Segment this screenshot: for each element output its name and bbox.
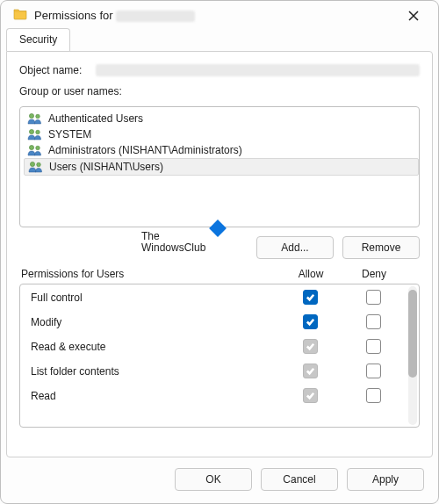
list-item-label: Administrators (NISHANT\Administrators) bbox=[48, 144, 242, 156]
permissions-heading: Permissions for Users Allow Deny bbox=[19, 268, 420, 284]
svg-point-4 bbox=[29, 145, 33, 149]
allow-cell bbox=[275, 339, 345, 354]
group-buttons-row: Add... Remove bbox=[19, 236, 420, 259]
checkbox[interactable] bbox=[366, 290, 381, 305]
svg-point-1 bbox=[36, 114, 40, 119]
svg-point-6 bbox=[30, 162, 34, 166]
allow-cell bbox=[275, 364, 345, 378]
checkbox[interactable] bbox=[303, 388, 318, 403]
svg-point-7 bbox=[37, 162, 41, 167]
add-button[interactable]: Add... bbox=[256, 236, 334, 259]
svg-point-5 bbox=[36, 146, 40, 150]
close-icon bbox=[407, 10, 420, 22]
checkbox[interactable] bbox=[366, 339, 381, 354]
dialog-footer: OK Cancel Apply bbox=[1, 464, 438, 503]
permission-label: Modify bbox=[31, 316, 275, 328]
checkbox[interactable] bbox=[366, 314, 381, 329]
permission-label: Full control bbox=[31, 292, 275, 304]
svg-point-0 bbox=[29, 113, 33, 118]
list-item-label: Users (NISHANT\Users) bbox=[49, 161, 163, 173]
remove-button[interactable]: Remove bbox=[342, 236, 420, 259]
checkbox[interactable] bbox=[303, 339, 318, 354]
table-row: Read bbox=[20, 383, 419, 407]
list-item[interactable]: Users (NISHANT\Users) bbox=[24, 158, 419, 176]
window-title: Permissions for bbox=[34, 9, 394, 22]
ok-button[interactable]: OK bbox=[175, 468, 252, 491]
user-group-icon bbox=[28, 161, 44, 173]
list-item-label: Authenticated Users bbox=[48, 112, 143, 125]
object-name-row: Object name: bbox=[19, 64, 420, 76]
list-item-label: SYSTEM bbox=[48, 128, 91, 140]
list-item[interactable]: SYSTEM bbox=[24, 126, 419, 142]
checkbox[interactable] bbox=[303, 314, 318, 329]
window-title-redacted bbox=[116, 11, 195, 22]
user-group-icon bbox=[27, 144, 43, 156]
allow-cell bbox=[275, 314, 345, 329]
svg-point-3 bbox=[36, 130, 40, 134]
checkbox[interactable] bbox=[303, 290, 318, 305]
object-name-value-redacted bbox=[96, 64, 420, 76]
permission-label: Read bbox=[31, 390, 275, 402]
titlebar: Permissions for bbox=[1, 1, 438, 28]
svg-point-2 bbox=[29, 129, 33, 133]
deny-cell bbox=[345, 388, 401, 403]
checkbox[interactable] bbox=[303, 364, 318, 378]
table-row: Full control bbox=[20, 284, 419, 309]
table-row: List folder contents bbox=[20, 358, 419, 383]
permissions-section: Permissions for Users Allow Deny Full co… bbox=[19, 268, 420, 448]
close-button[interactable] bbox=[401, 10, 426, 22]
deny-cell bbox=[345, 339, 401, 354]
list-item[interactable]: Administrators (NISHANT\Administrators) bbox=[24, 142, 419, 158]
apply-button[interactable]: Apply bbox=[347, 468, 424, 491]
table-row: Read & execute bbox=[20, 334, 419, 358]
group-or-user-names-label: Group or user names: bbox=[19, 85, 420, 97]
user-group-icon bbox=[27, 112, 43, 125]
column-deny: Deny bbox=[346, 268, 402, 280]
deny-cell bbox=[345, 290, 401, 305]
permission-label: List folder contents bbox=[31, 365, 275, 378]
checkbox[interactable] bbox=[366, 364, 381, 378]
table-row: Modify bbox=[20, 309, 419, 334]
cancel-button[interactable]: Cancel bbox=[261, 468, 338, 491]
column-allow: Allow bbox=[276, 268, 346, 280]
folder-icon bbox=[13, 8, 27, 23]
group-user-listbox[interactable]: Authenticated UsersSYSTEMAdministrators … bbox=[19, 106, 420, 227]
checkbox[interactable] bbox=[366, 388, 381, 403]
tab-content: Object name: Group or user names: Authen… bbox=[6, 51, 433, 457]
allow-cell bbox=[275, 388, 345, 403]
deny-cell bbox=[345, 364, 401, 378]
permissions-listbox[interactable]: Full controlModifyRead & executeList fol… bbox=[19, 284, 420, 428]
permissions-for-label: Permissions for Users bbox=[21, 268, 276, 280]
deny-cell bbox=[345, 314, 401, 329]
tabs: Security bbox=[1, 28, 438, 51]
permission-label: Read & execute bbox=[31, 341, 275, 353]
tab-security[interactable]: Security bbox=[6, 28, 70, 51]
user-group-icon bbox=[27, 128, 43, 140]
scrollbar-thumb[interactable] bbox=[408, 290, 417, 378]
list-item[interactable]: Authenticated Users bbox=[24, 111, 419, 126]
object-name-label: Object name: bbox=[19, 64, 82, 76]
allow-cell bbox=[275, 290, 345, 305]
